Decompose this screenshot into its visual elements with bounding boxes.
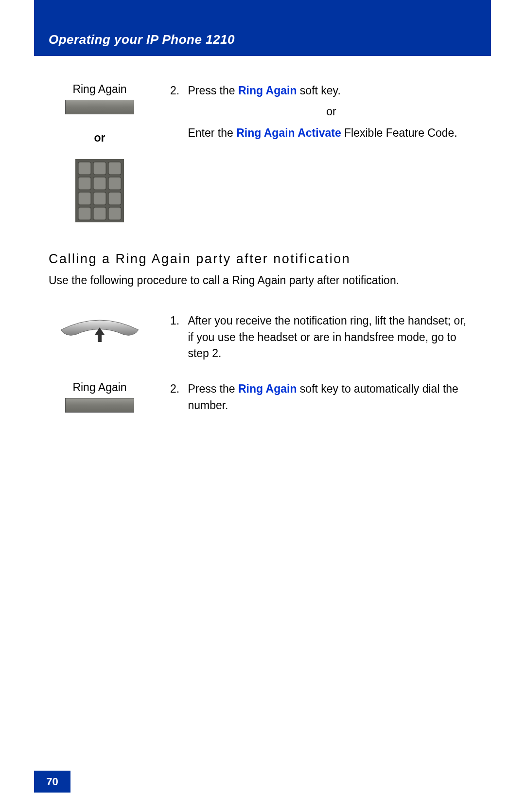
step-number: 2. <box>170 381 185 397</box>
text-part: Flexible Feature Code. <box>341 126 457 139</box>
bold-term: Ring Again <box>238 84 297 97</box>
text-part: soft key. <box>297 84 340 97</box>
step-row: Ring Again or <box>49 83 476 222</box>
bold-term: Ring Again Activate <box>236 126 341 139</box>
or-center: or <box>188 104 474 120</box>
document-page: Operating your IP Phone 1210 Ring Again … <box>0 0 525 812</box>
step-number: 2. <box>170 83 185 99</box>
step-left-col <box>49 313 151 347</box>
svg-rect-5 <box>93 177 106 190</box>
svg-rect-6 <box>108 177 121 190</box>
text-part: Press the <box>188 382 238 395</box>
svg-rect-4 <box>78 177 91 190</box>
step-text: Press the Ring Again soft key. or Enter … <box>188 83 474 141</box>
step-text: Press the Ring Again soft key to automat… <box>188 381 474 414</box>
softkey-label: Ring Again <box>49 381 151 394</box>
page-number: 70 <box>34 771 70 793</box>
svg-rect-7 <box>78 192 91 205</box>
svg-rect-2 <box>93 162 106 175</box>
step-number: 1. <box>170 313 185 329</box>
handset-lift-icon <box>56 313 143 347</box>
section-intro: Use the following procedure to call a Ri… <box>49 272 476 289</box>
page-header-bar: Operating your IP Phone 1210 <box>34 0 491 56</box>
svg-rect-12 <box>108 207 121 220</box>
svg-rect-11 <box>93 207 106 220</box>
svg-rect-3 <box>108 162 121 175</box>
softkey-icon <box>65 398 134 413</box>
step-row: Ring Again 2. Press the Ring Again soft … <box>49 381 476 414</box>
keypad-icon <box>75 159 124 222</box>
step-left-col: Ring Again or <box>49 83 151 222</box>
softkey-icon <box>65 100 134 114</box>
text-part: Enter the <box>188 126 236 139</box>
or-label: or <box>49 131 151 144</box>
page-content: Ring Again or <box>49 83 476 433</box>
bold-term: Ring Again <box>238 382 297 395</box>
svg-rect-9 <box>108 192 121 205</box>
step-text: After you receive the notification ring,… <box>188 313 474 361</box>
step-row: 1. After you receive the notification ri… <box>49 313 476 361</box>
svg-rect-8 <box>93 192 106 205</box>
page-header-title: Operating your IP Phone 1210 <box>49 32 235 47</box>
section-heading: Calling a Ring Again party after notific… <box>49 252 476 267</box>
step-right-col: 1. After you receive the notification ri… <box>170 313 476 361</box>
svg-rect-1 <box>78 162 91 175</box>
softkey-label: Ring Again <box>49 83 151 96</box>
text-part: Press the <box>188 84 238 97</box>
step-right-col: 2. Press the Ring Again soft key to auto… <box>170 381 476 414</box>
step-right-col: 2. Press the Ring Again soft key. or Ent… <box>170 83 476 141</box>
svg-rect-10 <box>78 207 91 220</box>
step-left-col: Ring Again <box>49 381 151 413</box>
